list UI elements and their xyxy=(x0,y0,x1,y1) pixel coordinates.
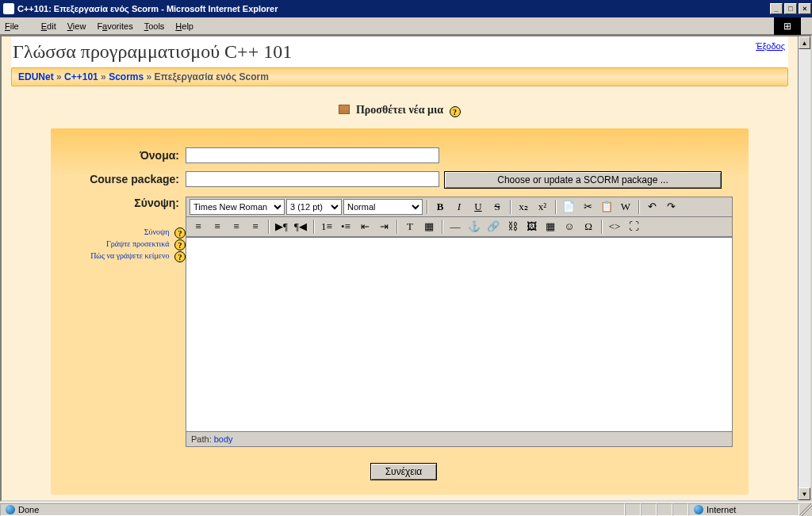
help-icon[interactable]: ? xyxy=(174,251,186,262)
editor-path: Path: body xyxy=(186,431,732,446)
menu-edit[interactable]: Edit xyxy=(41,21,56,31)
window-titlebar: C++101: Επεξεργασία ενός Scorm - Microso… xyxy=(0,0,812,17)
scroll-down-button[interactable]: ▼ xyxy=(799,487,810,500)
editor-help-links: Σύνοψη ? Γράψτε προσεκτικά ? Πώς να γράψ… xyxy=(75,227,186,262)
statusbar: Done Internet xyxy=(0,502,812,516)
align-right-button[interactable]: ≡ xyxy=(228,219,245,235)
text-color-button[interactable]: T xyxy=(401,219,419,235)
help-link-careful[interactable]: Γράψτε προσεκτικά xyxy=(106,239,170,248)
breadcrumb-edunet[interactable]: EDUNet xyxy=(18,71,54,82)
maximize-button[interactable]: □ xyxy=(784,3,797,14)
editor-toolbar-2: ≡ ≡ ≡ ≡ ▶¶ ¶◀ 1≡ •≡ ⇤ ⇥ xyxy=(186,217,732,237)
help-icon[interactable]: ? xyxy=(174,239,186,250)
copy-button[interactable]: 📄 xyxy=(560,199,577,215)
zone-icon xyxy=(694,505,703,514)
undo-button[interactable]: ↶ xyxy=(643,199,661,215)
close-button[interactable]: × xyxy=(799,3,811,14)
help-link-summary[interactable]: Σύνοψη xyxy=(144,227,170,236)
editor-canvas[interactable] xyxy=(186,237,732,431)
ltr-button[interactable]: ▶¶ xyxy=(273,219,290,235)
ie-page-icon xyxy=(6,505,15,514)
resize-grip[interactable] xyxy=(799,503,812,516)
align-center-button[interactable]: ≡ xyxy=(209,219,226,235)
menu-favorites[interactable]: Favorites xyxy=(97,21,132,31)
hr-button[interactable]: — xyxy=(446,219,464,235)
minimize-button[interactable]: _ xyxy=(770,3,783,14)
align-left-button[interactable]: ≡ xyxy=(190,219,207,235)
breadcrumb: EDUNet » C++101 » Scorms » Επεξεργασία ε… xyxy=(11,67,788,86)
summary-label: Σύνοψη: xyxy=(75,197,186,209)
outdent-button[interactable]: ⇤ xyxy=(356,219,373,235)
editor-toolbar-1: Times New Roman 3 (12 pt) Normal B I xyxy=(186,197,732,217)
table-button[interactable]: ▦ xyxy=(542,219,559,235)
browser-client: Γλώσσα προγραμματισμού C++ 101 Έξοδος ED… xyxy=(0,35,812,502)
anchor-button[interactable]: ⚓ xyxy=(465,219,483,235)
continue-button[interactable]: Συνέχεια xyxy=(370,463,438,480)
editor-path-body[interactable]: body xyxy=(214,434,233,444)
package-input[interactable] xyxy=(186,171,439,187)
zone-text: Internet xyxy=(707,505,736,514)
unlink-button[interactable]: ⛓ xyxy=(504,219,521,235)
bg-color-button[interactable]: ▦ xyxy=(420,219,438,235)
breadcrumb-current: Επεξεργασία ενός Scorm xyxy=(155,71,269,82)
name-label: Όνομα: xyxy=(75,147,186,162)
fullscreen-button[interactable]: ⛶ xyxy=(625,219,642,235)
rtl-button[interactable]: ¶◀ xyxy=(292,219,309,235)
menu-file[interactable]: File xyxy=(5,21,30,31)
course-title: Γλώσσα προγραμματισμού C++ 101 xyxy=(11,36,756,67)
help-link-howto[interactable]: Πώς να γράψετε κείμενο xyxy=(90,251,169,260)
page-heading: Προσθέτει νέα μια xyxy=(356,104,443,116)
package-icon xyxy=(339,105,350,114)
align-justify-button[interactable]: ≡ xyxy=(247,219,264,235)
ordered-list-button[interactable]: 1≡ xyxy=(318,219,335,235)
window-title: C++101: Επεξεργασία ενός Scorm - Microso… xyxy=(17,4,278,13)
smiley-button[interactable]: ☺ xyxy=(561,219,578,235)
paragraph-style-select[interactable]: Normal xyxy=(343,199,423,215)
html-source-button[interactable]: <> xyxy=(606,219,623,235)
menu-view[interactable]: View xyxy=(67,21,86,31)
status-text: Done xyxy=(18,505,39,514)
logout-link[interactable]: Έξοδος xyxy=(756,41,785,51)
indent-button[interactable]: ⇥ xyxy=(375,219,393,235)
ie-icon xyxy=(3,3,14,14)
font-size-select[interactable]: 3 (12 pt) xyxy=(286,199,342,215)
paste-button[interactable]: 📋 xyxy=(598,199,615,215)
bold-button[interactable]: B xyxy=(431,199,449,215)
breadcrumb-course[interactable]: C++101 xyxy=(64,71,98,82)
strike-button[interactable]: S xyxy=(488,199,506,215)
menu-tools[interactable]: Tools xyxy=(144,21,165,31)
image-button[interactable]: 🖼 xyxy=(523,219,540,235)
scroll-up-button[interactable]: ▲ xyxy=(799,36,810,49)
breadcrumb-scorms[interactable]: Scorms xyxy=(109,71,144,82)
name-input[interactable] xyxy=(186,147,439,163)
redo-button[interactable]: ↷ xyxy=(662,199,680,215)
choose-scorm-button[interactable]: Choose or update a SCORM package ... xyxy=(444,171,722,189)
italic-button[interactable]: I xyxy=(450,199,468,215)
superscript-button[interactable]: x² xyxy=(534,199,551,215)
special-char-button[interactable]: Ω xyxy=(580,219,597,235)
help-icon[interactable]: ? xyxy=(174,227,186,239)
vertical-scrollbar[interactable]: ▲ ▼ xyxy=(798,36,810,500)
form-panel: Όνομα: Course package: Choose or update … xyxy=(51,128,749,495)
cut-button[interactable]: ✂ xyxy=(579,199,596,215)
menu-help[interactable]: Help xyxy=(175,21,193,31)
underline-button[interactable]: U xyxy=(469,199,487,215)
package-label: Course package: xyxy=(75,171,186,185)
link-button[interactable]: 🔗 xyxy=(485,219,502,235)
paste-word-button[interactable]: W xyxy=(617,199,634,215)
menubar: File Edit View Favorites Tools Help ⊞ xyxy=(0,17,812,35)
rich-text-editor: Times New Roman 3 (12 pt) Normal B I xyxy=(186,197,733,447)
page-heading-row: Προσθέτει νέα μια ? xyxy=(11,86,788,128)
unordered-list-button[interactable]: •≡ xyxy=(337,219,354,235)
subscript-button[interactable]: x₂ xyxy=(515,199,532,215)
help-icon[interactable]: ? xyxy=(450,106,461,117)
page-body: Γλώσσα προγραμματισμού C++ 101 Έξοδος ED… xyxy=(2,36,798,500)
windows-flag-icon: ⊞ xyxy=(774,17,801,35)
font-family-select[interactable]: Times New Roman xyxy=(190,199,285,215)
